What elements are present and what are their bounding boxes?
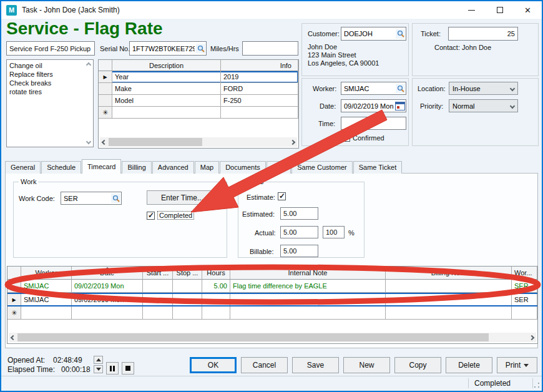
tab-map[interactable]: Map bbox=[195, 161, 219, 174]
new-row-icon[interactable]: ✳ bbox=[7, 306, 21, 320]
worker-input[interactable] bbox=[341, 85, 396, 92]
column-billing-note[interactable]: Billing Note bbox=[386, 267, 512, 280]
tab-billing[interactable]: Billing bbox=[122, 161, 151, 174]
close-button[interactable]: ✕ bbox=[514, 1, 542, 19]
cell-worker[interactable] bbox=[21, 306, 72, 320]
cell-internal-note[interactable] bbox=[230, 306, 386, 320]
serial-input[interactable] bbox=[130, 45, 196, 52]
cell-stop[interactable] bbox=[173, 280, 202, 293]
cell-info[interactable]: F-250 bbox=[221, 95, 298, 107]
scrollbar-thumb[interactable] bbox=[109, 138, 202, 146]
column-hours[interactable]: Hours bbox=[202, 267, 230, 280]
timecard-row-selected[interactable]: ▶ SMIJAC 09/02/2019 Mon SER bbox=[7, 293, 537, 306]
column-internal-note[interactable]: Internal Note bbox=[230, 267, 386, 280]
scroll-down-icon[interactable] bbox=[86, 139, 91, 144]
cell-internal-note[interactable]: Flag time difference by EAGLE bbox=[230, 280, 386, 293]
tab-timecard[interactable]: Timecard bbox=[82, 159, 121, 174]
scrollbar-thumb[interactable] bbox=[17, 333, 489, 341]
cell-description[interactable]: Model bbox=[112, 95, 221, 107]
cell-date[interactable] bbox=[72, 306, 143, 320]
miles-input[interactable] bbox=[242, 41, 298, 56]
cell-description[interactable]: Year bbox=[112, 71, 221, 83]
actual-input[interactable] bbox=[280, 226, 318, 238]
cell-hours[interactable] bbox=[202, 306, 230, 320]
task-description-field[interactable] bbox=[6, 41, 95, 56]
pause-button[interactable] bbox=[106, 362, 119, 375]
estimate-checkbox[interactable] bbox=[278, 192, 286, 200]
row-selector[interactable] bbox=[99, 95, 112, 107]
tab-advanced[interactable]: Advanced bbox=[152, 161, 194, 174]
cell-worker[interactable]: SMIJAC bbox=[21, 294, 72, 305]
current-row-marker[interactable]: ▶ bbox=[7, 294, 21, 305]
timecard-horizontal-scrollbar[interactable] bbox=[9, 333, 536, 342]
date-input[interactable] bbox=[341, 102, 395, 110]
equipment-row-year[interactable]: ▶ Year 2019 bbox=[99, 71, 298, 83]
search-icon[interactable] bbox=[196, 44, 205, 53]
tab-general[interactable]: General bbox=[5, 161, 41, 174]
ticket-input[interactable] bbox=[448, 27, 518, 41]
checkbox-checked-icon[interactable] bbox=[147, 212, 155, 220]
scroll-left-icon[interactable] bbox=[100, 140, 109, 144]
cell-hours[interactable] bbox=[202, 294, 230, 305]
row-selector[interactable] bbox=[99, 83, 112, 95]
tab-same-customer[interactable]: Same Customer bbox=[291, 161, 352, 174]
enter-time-button[interactable]: Enter Time... bbox=[147, 190, 218, 205]
tab-flag[interactable]: Flag bbox=[267, 161, 291, 174]
scroll-left-icon[interactable] bbox=[9, 336, 17, 340]
cell-date[interactable]: 09/02/2019 Mon bbox=[72, 280, 143, 293]
cell-info[interactable]: FORD bbox=[221, 83, 298, 95]
tab-same-ticket[interactable]: Same Ticket bbox=[353, 161, 403, 174]
cell-stop[interactable] bbox=[173, 294, 202, 305]
date-picker[interactable] bbox=[341, 99, 406, 112]
resize-grip-icon[interactable] bbox=[534, 382, 540, 388]
column-worker[interactable]: Worker bbox=[21, 267, 72, 280]
column-date[interactable]: Date bbox=[72, 267, 143, 280]
calendar-icon[interactable] bbox=[395, 102, 405, 110]
column-start[interactable]: Start ... bbox=[143, 267, 173, 280]
maximize-button[interactable] bbox=[486, 1, 514, 19]
priority-select[interactable]: Normal bbox=[449, 99, 518, 112]
cell-internal-note[interactable] bbox=[230, 294, 386, 305]
cell-work-code[interactable]: SER bbox=[512, 280, 537, 293]
scroll-right-icon[interactable] bbox=[527, 336, 536, 340]
customer-input[interactable] bbox=[341, 30, 396, 37]
cell-worker[interactable]: SMIJAC bbox=[21, 280, 72, 293]
location-select[interactable]: In-House bbox=[449, 82, 518, 95]
search-icon[interactable] bbox=[396, 84, 405, 93]
scroll-right-icon[interactable] bbox=[288, 140, 297, 144]
cell-description[interactable]: Make bbox=[112, 83, 221, 95]
timer-up-button[interactable] bbox=[94, 356, 103, 364]
estimated-input[interactable] bbox=[280, 207, 318, 220]
cell-work-code[interactable]: SER bbox=[512, 294, 537, 305]
stop-button[interactable] bbox=[122, 362, 134, 375]
cell-info[interactable]: 2019 bbox=[221, 71, 298, 83]
timer-down-button[interactable] bbox=[94, 365, 103, 373]
task-notes-list[interactable]: Change oil Replace filters Check breaks … bbox=[6, 59, 94, 147]
search-icon[interactable] bbox=[111, 194, 120, 203]
worker-lookup[interactable] bbox=[341, 82, 406, 95]
delete-button[interactable]: Delete bbox=[446, 357, 492, 373]
timecard-row-flag[interactable]: SMIJAC 09/02/2019 Mon 5.00 Flag time dif… bbox=[7, 280, 537, 293]
cell-description[interactable] bbox=[112, 107, 221, 119]
cell-stop[interactable] bbox=[173, 306, 202, 320]
column-work-code[interactable]: Wor... bbox=[512, 267, 537, 280]
cell-billing-note[interactable] bbox=[386, 280, 512, 293]
cancel-button[interactable]: Cancel bbox=[241, 357, 288, 373]
cell-start[interactable] bbox=[143, 306, 173, 320]
cell-billing-note[interactable] bbox=[386, 294, 512, 305]
row-selector[interactable] bbox=[7, 280, 21, 293]
tab-schedule[interactable]: Schedule bbox=[41, 161, 81, 174]
save-button[interactable]: Save bbox=[292, 357, 339, 373]
billable-input[interactable] bbox=[280, 245, 318, 257]
cell-date[interactable]: 09/02/2019 Mon bbox=[72, 294, 143, 305]
confirmed-checkbox[interactable]: Confirmed bbox=[342, 134, 384, 142]
equipment-horizontal-scrollbar[interactable] bbox=[100, 137, 297, 147]
cell-hours[interactable]: 5.00 bbox=[202, 280, 230, 293]
new-button[interactable]: New bbox=[343, 357, 390, 373]
serial-lookup[interactable] bbox=[129, 41, 207, 56]
new-row-icon[interactable]: ✳ bbox=[99, 107, 112, 119]
tab-documents[interactable]: Documents bbox=[220, 161, 266, 174]
ok-button[interactable]: OK bbox=[190, 357, 237, 373]
customer-lookup[interactable] bbox=[341, 27, 406, 41]
cell-billing-note[interactable] bbox=[386, 306, 512, 320]
